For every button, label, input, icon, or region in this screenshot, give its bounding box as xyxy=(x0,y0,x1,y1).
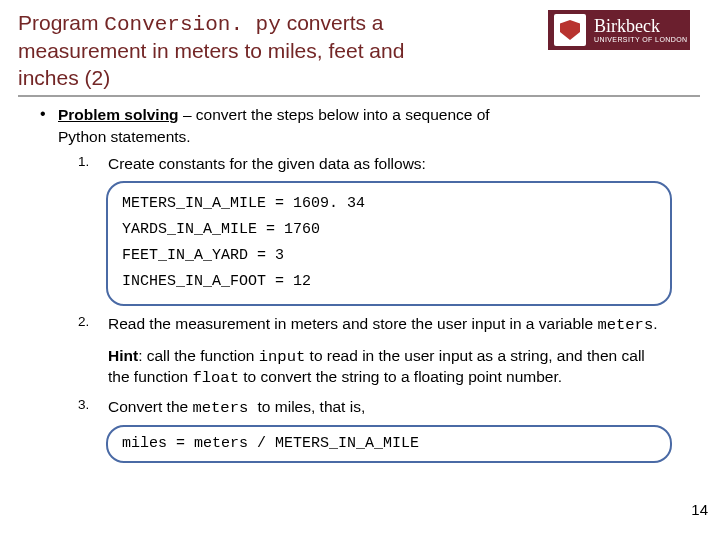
step-1: 1. Create constants for the given data a… xyxy=(78,154,692,175)
step-2-code: meters xyxy=(597,316,653,334)
code-line: INCHES_IN_A_FOOT = 12 xyxy=(122,269,656,295)
code-line: YARDS_IN_A_MILE = 1760 xyxy=(122,217,656,243)
step-3: 3. Convert the meters to miles, that is, xyxy=(78,397,692,419)
code-block-constants: METERS_IN_A_MILE = 1609. 34 YARDS_IN_A_M… xyxy=(106,181,672,306)
bullet-rest: – convert the steps below into a sequenc… xyxy=(179,106,490,123)
code-line: METERS_IN_A_MILE = 1609. 34 xyxy=(122,191,656,217)
step-1-text: Create constants for the given data as f… xyxy=(108,154,426,175)
title-code: Conversion. py xyxy=(104,13,280,36)
step-1-num: 1. xyxy=(78,154,108,175)
code-block-miles: miles = meters / METERS_IN_A_MILE xyxy=(106,425,672,463)
hint-code-input: input xyxy=(259,348,306,366)
step-2-num: 2. xyxy=(78,314,108,336)
bullet-line2: Python statements. xyxy=(58,128,692,146)
step-3-a: Convert the xyxy=(108,398,192,415)
title-divider xyxy=(18,95,700,97)
title-prefix: Program xyxy=(18,11,104,34)
step-3-num: 3. xyxy=(78,397,108,419)
slide-body: • Problem solving – convert the steps be… xyxy=(0,101,720,463)
step-3-b: to miles, that is, xyxy=(258,398,366,415)
step-2: 2. Read the measurement in meters and st… xyxy=(78,314,692,336)
bullet-lead: Problem solving xyxy=(58,106,179,123)
step-2-a: Read the measurement in meters and store… xyxy=(108,315,597,332)
code-line: FEET_IN_A_YARD = 3 xyxy=(122,243,656,269)
step-3-code: meters xyxy=(192,399,257,417)
bullet-dot: • xyxy=(40,105,58,126)
hint-block: Hint: call the function input to read in… xyxy=(108,346,668,390)
step-2-b: . xyxy=(653,315,657,332)
hint-code-float: float xyxy=(192,369,239,387)
code-line: miles = meters / METERS_IN_A_MILE xyxy=(122,434,656,454)
hint-c: to convert the string to a floating poin… xyxy=(239,368,562,385)
bullet-problem-solving: • Problem solving – convert the steps be… xyxy=(40,105,692,126)
slide-title: Program Conversion. py converts a measur… xyxy=(18,10,448,91)
hint-a: : call the function xyxy=(138,347,259,364)
hint-label: Hint xyxy=(108,347,138,364)
page-number: 14 xyxy=(691,501,708,518)
